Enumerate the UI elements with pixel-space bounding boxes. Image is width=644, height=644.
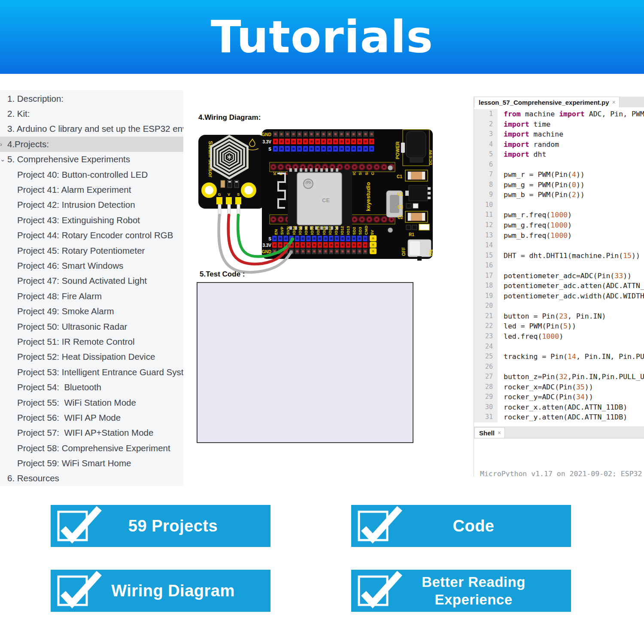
wiring-diagram-heading: 4.Wiring Diagram:	[198, 113, 261, 122]
yellow-end-pins	[370, 235, 377, 254]
close-icon[interactable]: ×	[498, 429, 501, 436]
toc-item-label: 2. Kit:	[7, 109, 30, 119]
code-line: 19 potentiometer_adc.width(ADC.WIDTH	[474, 291, 644, 301]
mounting-hole	[243, 184, 255, 196]
close-icon[interactable]: ×	[612, 99, 615, 106]
toc-item[interactable]: Project 59: WiFi Smart Home	[0, 456, 183, 471]
rail-label-s-bottom: S	[268, 237, 271, 241]
sensor-pin-label: S	[237, 192, 240, 197]
toc-item[interactable]: Project 41: Alarm Experiment	[0, 182, 183, 197]
test-code-line: //and then the map() function is used to…	[201, 394, 409, 402]
banner-label: 59 Projects	[51, 505, 270, 547]
code-line: 8 pwm_g = PWM(Pin(0))	[474, 180, 644, 190]
33v-pin-row	[273, 139, 375, 144]
toc-item[interactable]: Project 57: WIFI AP+Station Mode	[0, 425, 183, 440]
chevron-icon	[0, 471, 6, 486]
toc-item-label: Project 50: Ultrasonic Radar	[17, 322, 127, 332]
chevron-icon	[0, 273, 6, 289]
toc-item[interactable]: Project 52: Heat Dissipation Device	[0, 349, 183, 365]
toc-item-label: Project 40: Button-controlled LED	[17, 170, 148, 180]
toc-item[interactable]: Project 45: Rotary Potentiometer	[0, 243, 183, 258]
capacitor-c1	[405, 170, 428, 181]
code-line: 11 pwm_r.freq(1000)	[474, 210, 644, 220]
chevron-icon	[0, 365, 6, 380]
toc-item[interactable]: Project 50: Ultrasonic Radar	[0, 319, 183, 334]
toc-item[interactable]: Project 54: Bluetooth	[0, 380, 183, 395]
test-code-line: //and the information is finally printed…	[201, 410, 409, 417]
test-code-heading: 5.Test Code :	[200, 270, 245, 279]
toc-item[interactable]: Project 51: IR Remote Control	[0, 334, 183, 349]
toc-item[interactable]: 3. Arduino C library and set up the ESP3…	[0, 122, 183, 137]
chevron-icon	[0, 334, 6, 349]
sensor-smd-components	[221, 180, 239, 188]
toc-item[interactable]: Project 47: Sound Activated Light	[0, 273, 183, 289]
toc-item[interactable]: Project 43: Extinguishing Robot	[0, 213, 183, 228]
line-number: 1	[474, 109, 498, 119]
code-line: 31 rocker_y.atten(ADC.ATTN_11DB)	[474, 412, 644, 422]
toc-item[interactable]: Project 56: WIFI AP Mode	[0, 410, 183, 425]
toc-item[interactable]: 6. Resources	[0, 471, 183, 486]
toc-item[interactable]: › 4.Projects:	[0, 137, 183, 152]
svg-text:IO32: IO32	[304, 226, 308, 235]
toc-item[interactable]: Project 40: Button-controlled LED	[0, 167, 183, 182]
rail-label-33v: 3.3V	[262, 140, 271, 144]
toc-item-label: Project 59: WiFi Smart Home	[17, 458, 131, 468]
line-number: 30	[474, 402, 498, 413]
line-number: 22	[474, 321, 498, 331]
line-number: 9	[474, 190, 498, 200]
toc-item-label: 3. Arduino C library and set up the ESP3…	[7, 124, 183, 134]
code-line: 29 rocker_y=ADC(Pin(34))	[474, 392, 644, 402]
editor-tab-bar: lesson_57_Comprehensive_experiment.py ×	[474, 97, 644, 107]
en-button	[388, 228, 393, 233]
esp32-chip-module: CE	[277, 168, 352, 230]
line-number: 6	[474, 160, 498, 170]
toc-item-label: Project 58: Comprehensive Experiment	[17, 443, 170, 453]
chevron-icon	[0, 289, 6, 304]
line-number: 10	[474, 200, 498, 210]
toc-item[interactable]: 1. Description:	[0, 91, 183, 106]
line-number: 16	[474, 261, 498, 271]
line-number: 17	[474, 271, 498, 281]
svg-text:IO13: IO13	[346, 226, 350, 235]
line-number: 19	[474, 291, 498, 301]
chevron-icon	[0, 380, 6, 395]
c1-label: C1	[397, 174, 402, 179]
test-code-line	[201, 379, 409, 386]
svg-text:EN: EN	[273, 229, 278, 235]
code-line: 9 pwm_b = PWM(Pin(2))	[474, 190, 644, 200]
signal-pin-row-bottom	[272, 236, 369, 241]
toc-item[interactable]: Project 42: Intrusion Detection	[0, 197, 183, 213]
chevron-icon	[0, 395, 6, 410]
editor-tab[interactable]: lesson_57_Comprehensive_experiment.py ×	[474, 97, 620, 107]
code-line: 1 from machine import ADC, Pin, PWM	[474, 109, 644, 119]
r1-label: R1	[409, 232, 414, 237]
chevron-icon	[0, 122, 6, 137]
toc-item[interactable]: Project 44: Rotary Encoder control RGB	[0, 228, 183, 243]
sensor-pin-label: V	[228, 192, 230, 197]
svg-text:IO26: IO26	[322, 226, 326, 235]
toc-item[interactable]: 2. Kit:	[0, 106, 183, 121]
line-number: 21	[474, 311, 498, 322]
toc-item[interactable]: ⌄ 5. Comprehensive Experiments	[0, 152, 183, 167]
svg-text:SD2: SD2	[352, 227, 356, 235]
shell-tab[interactable]: Shell ×	[474, 427, 505, 438]
toc-item[interactable]: Project 46: Smart Windows	[0, 258, 183, 273]
toc-item-label: Project 57: WIFI AP+Station Mode	[17, 428, 153, 438]
toc-item-label: Project 45: Rotary Potentiometer	[17, 246, 145, 256]
svg-text:SVP: SVP	[279, 226, 284, 235]
toc-item[interactable]: Project 48: Fire Alarm	[0, 289, 183, 304]
line-number: 23	[474, 331, 498, 342]
toc-item[interactable]: Project 49: Smoke Alarm	[0, 304, 183, 319]
toc-item[interactable]: Project 55: WiFi Station Mode	[0, 395, 183, 410]
banner-label: Wiring Diagram	[51, 570, 270, 612]
chevron-icon: ⌄	[0, 152, 6, 167]
toc-item-label: 1. Description:	[7, 94, 64, 104]
code-area[interactable]: 1 from machine import ADC, Pin, PWM 2 im…	[474, 107, 644, 426]
toc-item[interactable]: Project 58: Comprehensive Experiment	[0, 440, 183, 456]
code-line: 5 import dht	[474, 149, 644, 160]
banner-label: Better Reading Experience	[351, 570, 571, 612]
toc-item[interactable]: Project 53: Intelligent Entrance Guard S…	[0, 365, 183, 380]
header-banner: Tutorials	[0, 0, 644, 74]
toc-item-label: Project 51: IR Remote Control	[17, 337, 134, 347]
shell-console[interactable]: MicroPython v1.17 on 2021-09-02; ESP32 T…	[474, 438, 644, 477]
